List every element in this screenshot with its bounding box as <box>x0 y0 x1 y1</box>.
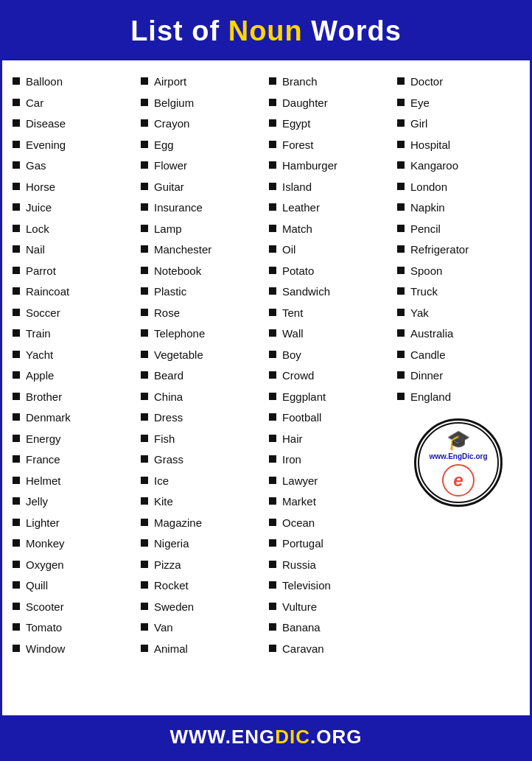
word-text: Apple <box>26 368 54 385</box>
footer-part1: WWW.ENG <box>170 726 276 748</box>
bullet-icon <box>269 393 276 400</box>
word-text: London <box>410 179 447 196</box>
bullet-icon <box>397 329 405 337</box>
word-text: Hair <box>282 431 303 448</box>
word-text: Parrot <box>26 263 56 280</box>
word-text: Denmark <box>26 410 71 427</box>
word-text: Lighter <box>26 515 60 532</box>
list-item: Egypt <box>269 116 391 133</box>
bullet-icon <box>269 519 276 526</box>
bullet-icon <box>141 623 148 631</box>
bullet-icon <box>13 603 20 610</box>
word-text: Yacht <box>26 347 53 364</box>
page-wrapper: List of Noun Words BalloonCarDiseaseEven… <box>0 0 532 761</box>
list-item: Telephone <box>141 326 263 343</box>
word-text: Guitar <box>154 179 184 196</box>
bullet-icon <box>13 309 20 316</box>
word-text: Horse <box>26 179 55 196</box>
word-text: Manchester <box>154 242 211 259</box>
word-text: Quill <box>26 578 48 595</box>
word-text: Beard <box>154 368 183 385</box>
bullet-icon <box>13 225 20 232</box>
bullet-icon <box>269 141 276 148</box>
list-item: Potato <box>269 263 391 280</box>
word-text: Crayon <box>154 116 189 133</box>
list-item: Helmet <box>13 473 135 490</box>
bullet-icon <box>13 561 20 568</box>
bullet-icon <box>141 267 148 274</box>
word-text: Insurance <box>154 200 203 217</box>
word-text: Television <box>282 578 331 595</box>
list-item: Banana <box>269 620 391 636</box>
word-text: Dress <box>154 410 183 427</box>
word-text: Airport <box>154 74 186 91</box>
list-item: Rose <box>141 305 263 322</box>
header: List of Noun Words <box>2 2 530 60</box>
word-text: Football <box>282 410 321 427</box>
word-text: Animal <box>154 641 188 658</box>
footer: WWW.ENGDIC.ORG <box>2 715 530 759</box>
bullet-icon <box>141 287 148 295</box>
bullet-icon <box>269 99 276 106</box>
bullet-icon <box>13 77 20 85</box>
list-item: Spoon <box>397 263 519 280</box>
word-text: Jelly <box>26 494 48 511</box>
bullet-icon <box>141 413 148 421</box>
word-text: Australia <box>410 326 453 343</box>
list-item: Oil <box>269 242 391 259</box>
bullet-icon <box>13 183 20 190</box>
word-text: Girl <box>410 116 427 133</box>
list-item: Caravan <box>269 641 391 658</box>
list-item: Crowd <box>269 368 391 385</box>
word-text: Grass <box>154 452 183 469</box>
word-text: Dinner <box>410 368 443 385</box>
word-text: Scooter <box>26 599 64 616</box>
bullet-icon <box>141 539 148 547</box>
bullet-icon <box>13 581 20 589</box>
word-text: Belgium <box>154 95 194 112</box>
list-item: Scooter <box>13 599 135 616</box>
word-text: Market <box>282 494 316 511</box>
bullet-icon <box>269 371 276 379</box>
bullet-icon <box>141 99 148 106</box>
word-text: Island <box>282 179 312 196</box>
list-item: Monkey <box>13 536 135 553</box>
bullet-icon <box>397 393 405 400</box>
word-text: Notebook <box>154 263 201 280</box>
bullet-icon <box>141 203 148 211</box>
bullet-icon <box>269 413 276 421</box>
word-text: Van <box>154 620 173 636</box>
list-item: Kite <box>141 494 263 511</box>
list-item: Nail <box>13 242 135 259</box>
list-item: Manchester <box>141 242 263 259</box>
word-text: Lamp <box>154 221 182 238</box>
list-item: Crayon <box>141 116 263 133</box>
list-item: Animal <box>141 641 263 658</box>
list-item: Football <box>269 410 391 427</box>
word-text: Match <box>282 221 312 238</box>
word-text: Disease <box>26 116 66 133</box>
bullet-icon <box>397 225 405 232</box>
bullet-icon <box>13 539 20 547</box>
word-text: Soccer <box>26 305 60 322</box>
bullet-icon <box>141 329 148 337</box>
list-item: Car <box>13 95 135 112</box>
grad-cap-icon: 🎓 <box>447 429 470 452</box>
bullet-icon <box>269 267 276 274</box>
bullet-icon <box>141 225 148 232</box>
list-item: Lawyer <box>269 473 391 490</box>
list-item: Fish <box>141 431 263 448</box>
word-text: Lock <box>26 221 49 238</box>
list-item: Island <box>269 179 391 196</box>
word-text: Vulture <box>282 599 317 616</box>
list-item: Vulture <box>269 599 391 616</box>
list-item: Forest <box>269 137 391 154</box>
bullet-icon <box>141 141 148 148</box>
list-item: Kangaroo <box>397 158 519 175</box>
list-item: Eggplant <box>269 389 391 406</box>
list-item: Train <box>13 326 135 343</box>
list-item: Juice <box>13 200 135 217</box>
column-4: DoctorEyeGirlHospitalKangarooLondonNapki… <box>394 74 522 514</box>
word-text: Wall <box>282 326 304 343</box>
bullet-icon <box>13 267 20 274</box>
